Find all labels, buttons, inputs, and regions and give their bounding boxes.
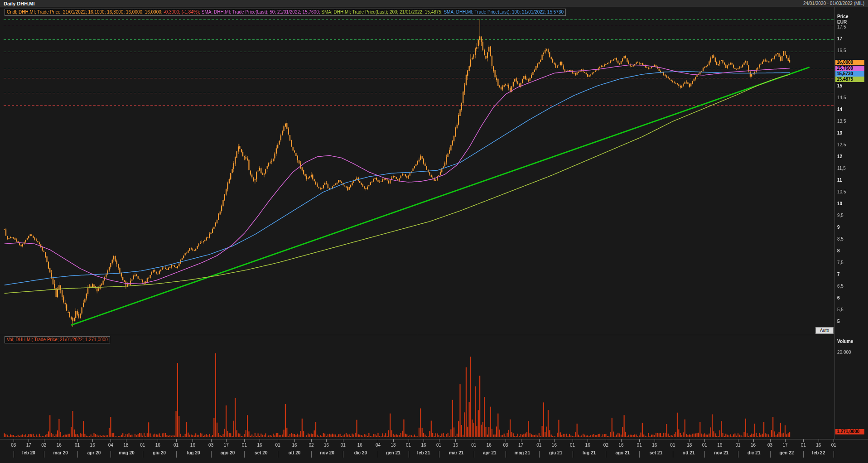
time-axis-tick: 01 xyxy=(72,443,83,448)
price-axis-tick: 15 xyxy=(837,83,842,88)
price-badge: 15,7600 xyxy=(835,66,864,71)
price-axis-tick: 14,5 xyxy=(837,95,846,100)
time-axis-month: mag 21 xyxy=(509,450,536,455)
price-axis-tick: 12 xyxy=(837,154,842,159)
time-axis-month: set 20 xyxy=(247,450,275,455)
time-axis-tick: 17 xyxy=(780,443,791,448)
price-axis-tick: 11,5 xyxy=(837,166,846,171)
time-axis-tick: 01 xyxy=(137,443,148,448)
auto-scale-button[interactable]: Auto xyxy=(815,327,834,334)
time-axis-tick: 16 xyxy=(549,443,559,448)
price-axis-tick: 17 xyxy=(837,36,842,41)
main-chart-legend[interactable]: Cndl; DHH.MI; Trade Price; 21/01/2022; 1… xyxy=(5,9,566,16)
time-axis-month: feb 21 xyxy=(410,450,437,455)
price-axis-tick: 13,5 xyxy=(837,119,846,124)
chart-canvas[interactable] xyxy=(0,0,868,463)
time-axis-tick: 02 xyxy=(39,443,49,448)
date-range-label: 24/01/2020 - 01/03/2022 (MIL) xyxy=(803,1,868,6)
price-axis-tick: 17,5 xyxy=(837,24,846,29)
time-axis-tick: 16 xyxy=(187,443,198,448)
time-axis-tick: 03 xyxy=(765,443,776,448)
time-axis-tick: 02 xyxy=(600,443,611,448)
time-axis-tick: 16 xyxy=(813,443,824,448)
time-axis-tick: 01 xyxy=(272,443,283,448)
price-axis-tick: 7 xyxy=(837,272,840,277)
time-axis-tick: 03 xyxy=(500,443,511,448)
time-axis-tick: 01 xyxy=(468,443,479,448)
price-axis-tick: 14 xyxy=(837,107,842,112)
time-axis-month: set 21 xyxy=(642,450,670,455)
time-axis-month: giu 21 xyxy=(542,450,569,455)
time-axis-month: feb 20 xyxy=(15,450,42,455)
time-axis-tick: 18 xyxy=(388,443,399,448)
time-axis-tick: 16 xyxy=(87,443,98,448)
legend-segment: -0,3000; (-1,84%); xyxy=(164,10,201,14)
price-axis-tick: 9,5 xyxy=(837,213,844,218)
time-axis-month: giu 20 xyxy=(146,450,173,455)
time-axis-tick: 01 xyxy=(239,443,250,448)
time-axis-month: lug 20 xyxy=(180,450,207,455)
price-axis-tick: 10 xyxy=(837,201,842,206)
time-axis-tick: 16 xyxy=(714,443,725,448)
price-axis-tick: 8,5 xyxy=(837,236,844,241)
price-axis-tick: 5 xyxy=(837,319,840,324)
time-axis-tick: 17 xyxy=(23,443,34,448)
time-axis-tick: 04 xyxy=(372,443,383,448)
time-axis-tick: 01 xyxy=(534,443,545,448)
time-axis-tick: 17 xyxy=(221,443,231,448)
titlebar: Daily DHH.MI 24/01/2020 - 01/03/2022 (MI… xyxy=(0,0,868,7)
time-axis-month: feb 22 xyxy=(805,450,832,455)
chart-title: Daily DHH.MI xyxy=(0,1,34,6)
time-axis-tick: 16 xyxy=(254,443,265,448)
time-axis-month: ago 20 xyxy=(214,450,241,455)
legend-segment: SMA; DHH.MI; Trade Price(Last); 50; 21/0… xyxy=(202,10,322,14)
time-axis-tick: 16 xyxy=(418,443,429,448)
time-axis-tick: 16 xyxy=(483,443,494,448)
price-axis-tick: 5,5 xyxy=(837,307,844,312)
price-axis-title: Price EUR xyxy=(837,14,848,25)
time-axis-tick: 01 xyxy=(403,443,414,448)
time-axis-tick: 01 xyxy=(171,443,182,448)
time-axis-month: gen 21 xyxy=(380,450,407,455)
time-axis-tick: 01 xyxy=(699,443,710,448)
time-axis-month: mag 20 xyxy=(113,450,140,455)
time-axis-tick: 03 xyxy=(8,443,19,448)
price-axis-tick: 12,5 xyxy=(837,142,846,147)
legend-segment: SMA; DHH.MI; Trade Price(Last); 200; 21/… xyxy=(321,10,444,14)
time-axis-tick: 16 xyxy=(289,443,300,448)
price-axis-tick: 9 xyxy=(837,225,840,230)
time-axis-tick: 16 xyxy=(582,443,593,448)
time-axis-month: ott 20 xyxy=(281,450,308,455)
price-axis-tick: 6,5 xyxy=(837,284,844,289)
time-axis-tick: 01 xyxy=(828,443,839,448)
volume-badge: 1.271,0000 xyxy=(835,429,864,434)
time-axis-tick: 01 xyxy=(338,443,348,448)
time-axis-tick: 01 xyxy=(733,443,743,448)
time-axis-tick: 01 xyxy=(567,443,578,448)
price-axis-tick: 8 xyxy=(837,248,840,253)
price-badge: 15,5730 xyxy=(835,71,864,77)
volume-legend-segment: Vol; DHH.MI; Trade Price; 21/01/2022; 1.… xyxy=(7,337,108,342)
time-axis-tick: 16 xyxy=(450,443,461,448)
time-axis-month: apr 20 xyxy=(80,450,107,455)
time-axis-month: ott 21 xyxy=(675,450,702,455)
chart-window: Daily DHH.MI 24/01/2020 - 01/03/2022 (MI… xyxy=(0,0,868,463)
time-axis-month: lug 21 xyxy=(576,450,603,455)
time-axis-month: dic 21 xyxy=(740,450,767,455)
price-axis-tick: 10,5 xyxy=(837,189,846,194)
time-axis-tick: 18 xyxy=(684,443,695,448)
time-axis-month: nov 20 xyxy=(313,450,341,455)
price-axis-tick: 6 xyxy=(837,295,840,300)
price-axis-tick: 11 xyxy=(837,178,842,183)
volume-legend[interactable]: Vol; DHH.MI; Trade Price; 21/01/2022; 1.… xyxy=(5,336,110,343)
legend-segment: SMA; DHH.MI; Trade Price(Last); 100; 21/… xyxy=(444,10,564,14)
price-axis-tick: 7,5 xyxy=(837,260,844,265)
price-badge: 16,0000 xyxy=(835,60,864,65)
time-axis-tick: 16 xyxy=(616,443,627,448)
time-axis-tick: 04 xyxy=(105,443,116,448)
time-axis-tick: 18 xyxy=(121,443,131,448)
time-axis-tick: 01 xyxy=(667,443,678,448)
time-axis-tick: 01 xyxy=(798,443,809,448)
time-axis-month: dic 20 xyxy=(347,450,374,455)
price-axis-tick: 13 xyxy=(837,130,842,135)
